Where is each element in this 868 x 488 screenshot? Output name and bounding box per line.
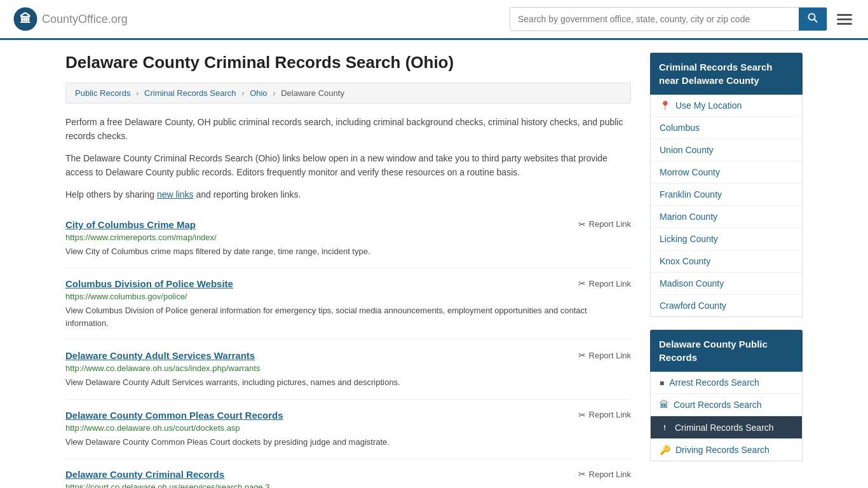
breadcrumb-sep: › — [273, 88, 275, 98]
report-link[interactable]: ✂ Report Link — [578, 469, 631, 479]
nearby-item-crawford-county[interactable]: Crawford County — [651, 295, 802, 316]
desc3-pre: Help others by sharing — [65, 189, 157, 200]
content-area: Delaware County Criminal Records Search … — [65, 53, 631, 488]
public-records-header: Delaware County Public Records — [650, 330, 803, 372]
record-item: City of Columbus Crime Map ✂ Report Link… — [65, 209, 631, 269]
nearby-item-licking-county[interactable]: Licking County — [651, 228, 802, 250]
breadcrumb-public-records[interactable]: Public Records — [75, 88, 130, 98]
nearby-item-label: Madison County — [660, 278, 724, 288]
logo-text: CountyOffice.org — [42, 13, 128, 26]
header-right — [510, 7, 855, 31]
report-link[interactable]: ✂ Report Link — [578, 278, 631, 288]
nearby-item-morrow-county[interactable]: Morrow County — [651, 161, 802, 184]
record-title[interactable]: Delaware County Criminal Records — [65, 469, 224, 480]
description-2: The Delaware County Criminal Records Sea… — [65, 151, 631, 180]
report-link[interactable]: ✂ Report Link — [578, 219, 631, 229]
logo[interactable]: 🏛 CountyOffice.org — [13, 6, 128, 32]
public-records-item-label: Criminal Records Search — [675, 423, 774, 433]
report-icon: ✂ — [578, 219, 586, 229]
nearby-header: Criminal Records Search near Delaware Co… — [650, 53, 803, 95]
record-desc: View Columbus Division of Police general… — [65, 304, 631, 329]
nearby-item-label: Licking County — [660, 234, 718, 244]
search-input[interactable] — [510, 8, 799, 30]
hamburger-line — [837, 14, 852, 16]
nearby-item-madison-county[interactable]: Madison County — [651, 273, 802, 295]
nearby-item-label: Knox County — [660, 256, 710, 266]
arrest-icon — [660, 377, 664, 388]
record-header: City of Columbus Crime Map ✂ Report Link — [65, 219, 631, 230]
svg-text:🏛: 🏛 — [20, 12, 31, 25]
sidebar: Criminal Records Search near Delaware Co… — [650, 53, 803, 488]
public-records-list: Arrest Records Search🏛Court Records Sear… — [650, 372, 803, 461]
breadcrumb-criminal-records[interactable]: Criminal Records Search — [144, 88, 236, 98]
site-header: 🏛 CountyOffice.org — [0, 0, 868, 40]
public-records-item-driving[interactable]: 🔑Driving Records Search — [651, 439, 802, 461]
nearby-item-union-county[interactable]: Union County — [651, 139, 802, 161]
record-header: Delaware County Criminal Records ✂ Repor… — [65, 469, 631, 480]
desc3-post: and reporting broken links. — [194, 189, 301, 200]
record-url[interactable]: https://court.co.delaware.oh.us/eservice… — [65, 482, 631, 488]
report-link-label: Report Link — [589, 219, 631, 229]
records-list: City of Columbus Crime Map ✂ Report Link… — [65, 209, 631, 488]
criminal-icon — [660, 422, 670, 433]
nearby-item-label: Morrow County — [660, 167, 720, 177]
breadcrumb-sep: › — [241, 88, 244, 98]
report-icon: ✂ — [578, 278, 586, 288]
nearby-section: Criminal Records Search near Delaware Co… — [650, 53, 803, 317]
record-header: Columbus Division of Police Website ✂ Re… — [65, 278, 631, 289]
description-1: Perform a free Delaware County, OH publi… — [65, 115, 631, 144]
svg-point-2 — [809, 14, 815, 20]
search-icon — [808, 13, 818, 23]
nearby-item-label: Columbus — [660, 123, 700, 133]
menu-button[interactable] — [834, 11, 855, 28]
nearby-item-marion-county[interactable]: Marion County — [651, 206, 802, 228]
record-header: Delaware County Adult Services Warrants … — [65, 350, 631, 361]
record-header: Delaware County Common Pleas Court Recor… — [65, 410, 631, 421]
breadcrumb: Public Records › Criminal Records Search… — [65, 83, 631, 104]
record-desc: View City of Columbus crime maps filtere… — [65, 245, 631, 258]
report-link-label: Report Link — [589, 279, 631, 288]
nearby-item-label: Use My Location — [675, 100, 742, 111]
search-bar — [510, 7, 827, 31]
record-title[interactable]: City of Columbus Crime Map — [65, 219, 196, 230]
record-item: Columbus Division of Police Website ✂ Re… — [65, 268, 631, 340]
record-title[interactable]: Delaware County Common Pleas Court Recor… — [65, 410, 283, 421]
report-icon: ✂ — [578, 410, 586, 420]
public-records-item-label: Court Records Search — [674, 400, 762, 410]
new-links-link[interactable]: new links — [157, 189, 194, 200]
breadcrumb-sep: › — [136, 88, 139, 98]
record-title[interactable]: Delaware County Adult Services Warrants — [65, 350, 255, 361]
report-link[interactable]: ✂ Report Link — [578, 350, 631, 360]
search-button[interactable] — [799, 8, 827, 30]
nearby-item-franklin-county[interactable]: Franklin County — [651, 184, 802, 206]
record-url[interactable]: https://www.crimereports.com/map/index/ — [65, 233, 631, 242]
public-records-item-label: Driving Records Search — [675, 445, 770, 455]
description-3: Help others by sharing new links and rep… — [65, 187, 631, 201]
page-title: Delaware County Criminal Records Search … — [65, 53, 631, 72]
public-records-section: Delaware County Public Records Arrest Re… — [650, 330, 803, 461]
nearby-item-label: Franklin County — [660, 189, 722, 200]
record-url[interactable]: https://www.columbus.gov/police/ — [65, 292, 631, 301]
public-records-item-court[interactable]: 🏛Court Records Search — [651, 394, 802, 416]
location-icon: 📍 — [660, 100, 670, 111]
record-url[interactable]: http://www.co.delaware.oh.us/acs/index.p… — [65, 363, 631, 373]
public-records-item-arrest[interactable]: Arrest Records Search — [651, 372, 802, 394]
record-item: Delaware County Criminal Records ✂ Repor… — [65, 459, 631, 488]
report-icon: ✂ — [578, 469, 586, 479]
hamburger-line — [837, 23, 852, 25]
nearby-item-label: Union County — [660, 145, 714, 155]
record-desc: View Delaware County Adult Services warr… — [65, 376, 631, 389]
breadcrumb-ohio[interactable]: Ohio — [250, 88, 267, 98]
record-title[interactable]: Columbus Division of Police Website — [65, 278, 233, 289]
nearby-item-columbus[interactable]: Columbus — [651, 117, 802, 139]
logo-icon: 🏛 — [13, 6, 38, 32]
nearby-item-label: Crawford County — [660, 301, 726, 311]
hamburger-line — [837, 18, 852, 20]
driving-icon: 🔑 — [660, 445, 670, 455]
main-container: Delaware County Criminal Records Search … — [53, 40, 815, 488]
nearby-item-knox-county[interactable]: Knox County — [651, 250, 802, 273]
record-url[interactable]: http://www.co.delaware.oh.us/court/docke… — [65, 423, 631, 433]
public-records-item-criminal[interactable]: Criminal Records Search — [651, 416, 802, 439]
nearby-item-use-my-location[interactable]: 📍Use My Location — [651, 95, 802, 117]
report-link[interactable]: ✂ Report Link — [578, 410, 631, 420]
